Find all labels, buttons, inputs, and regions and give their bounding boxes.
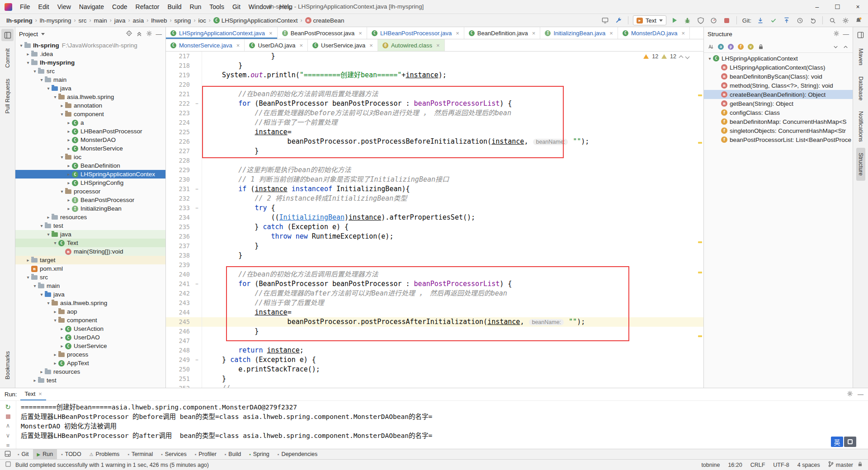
tree-arrow-icon[interactable]: ▾ <box>52 240 58 245</box>
search-icon[interactable] <box>827 15 837 25</box>
hide-panel-icon[interactable]: — <box>156 31 162 38</box>
project-tree-item[interactable]: ▸resources <box>15 213 165 221</box>
tree-arrow-icon[interactable]: ▸ <box>66 120 72 125</box>
fold-marker-icon[interactable]: − <box>192 203 202 213</box>
menu-tools[interactable]: Tools <box>205 3 228 10</box>
tree-arrow-icon[interactable]: ▸ <box>66 197 72 202</box>
tree-arrow-icon[interactable]: ▸ <box>38 369 45 374</box>
project-tree-item[interactable]: ▾java <box>15 84 165 93</box>
structure-item[interactable]: mmethod(String, Class<?>, String): void <box>704 81 853 90</box>
code-line[interactable]: 220 <box>166 80 703 89</box>
tree-arrow-icon[interactable]: ▸ <box>59 335 65 340</box>
code-line[interactable]: 249− } catch (Exception e) { <box>166 355 703 365</box>
filter-a-icon[interactable]: a <box>717 43 725 51</box>
filter-p-icon[interactable]: p <box>727 43 735 51</box>
toolwindow-tab-pull-requests[interactable]: Pull Requests <box>3 74 12 118</box>
code-line[interactable]: 230 // 1 判断当前创建的bean对象是否实现了InitializingB… <box>166 175 703 184</box>
code-line[interactable]: 234 ((InitializingBean)instance).afterPr… <box>166 213 703 222</box>
code-line[interactable]: 224 //相当于做了一个前置处理 <box>166 118 703 127</box>
project-tree-item[interactable]: ▸CUserAction <box>15 324 165 333</box>
structure-item[interactable]: fconfigClass: Class <box>704 108 853 117</box>
soft-wrap-icon[interactable]: ≡ <box>6 442 10 449</box>
tree-arrow-icon[interactable]: ▸ <box>32 378 38 383</box>
fold-marker-icon[interactable]: − <box>192 184 202 194</box>
breadcrumb-item[interactable]: asia <box>131 17 146 24</box>
status-message[interactable]: Build completed successfully with 1 warn… <box>15 462 209 468</box>
menu-code[interactable]: Code <box>108 3 131 10</box>
project-tree-item[interactable]: ▸process <box>15 350 165 359</box>
status-grid-icon[interactable] <box>5 461 11 468</box>
tree-arrow-icon[interactable]: ▸ <box>25 258 31 263</box>
locate-file-icon[interactable] <box>126 30 132 38</box>
project-tree-item[interactable]: mpom.xml <box>15 264 165 273</box>
tree-arrow-icon[interactable]: ▸ <box>66 137 72 142</box>
lock-icon[interactable] <box>757 43 764 51</box>
code-line[interactable]: 219 System.out.println("=========创建好bean… <box>166 70 703 80</box>
tree-arrow-icon[interactable]: ▸ <box>66 146 72 151</box>
up-stack-icon[interactable]: ∧ <box>6 422 10 429</box>
editor-tab[interactable]: CLHBeanPostProcessor.java× <box>367 27 464 39</box>
code-line[interactable]: 217 } <box>166 52 703 61</box>
project-tree-item[interactable]: ▾test <box>15 221 165 230</box>
project-tree-item[interactable]: ▸test <box>15 376 165 385</box>
filter-v-icon[interactable]: v <box>747 43 755 51</box>
down-stack-icon[interactable]: ∨ <box>6 432 10 439</box>
breadcrumb-item[interactable]: src <box>77 17 89 24</box>
toolwindow-tab-maven[interactable]: Maven <box>856 43 865 70</box>
editor-tab[interactable]: CBeanDefinition.java× <box>464 27 541 39</box>
hide-panel-icon[interactable]: — <box>843 31 849 38</box>
code-line[interactable]: 241− for (BeanPostProcessor beanPostProc… <box>166 279 703 289</box>
history-icon[interactable] <box>795 15 805 25</box>
tree-arrow-icon[interactable]: ▾ <box>38 77 45 82</box>
code-line[interactable]: 223 //在后置处理器的before方法前可以对Bean进行处理 ， 然后再返… <box>166 108 703 118</box>
structure-item[interactable]: fbeanDefinitonMap: ConcurrentHashMap<S <box>704 117 853 126</box>
tab-close-icon[interactable]: × <box>456 30 459 37</box>
project-tree-item[interactable]: ▸CMonsterService <box>15 144 165 153</box>
menu-view[interactable]: View <box>53 3 75 10</box>
editor-tab[interactable]: CLHSpringApplicationContext.java× <box>166 27 278 39</box>
tree-arrow-icon[interactable]: ▸ <box>59 326 65 331</box>
project-tree-item[interactable]: ▸CMonsterDAO <box>15 136 165 144</box>
project-tree-item[interactable]: ▸IBeanPostProcessor <box>15 196 165 204</box>
run-tab[interactable]: Text × <box>20 388 46 400</box>
project-tree-item[interactable]: ▾main <box>15 75 165 84</box>
toolwindow-tab-notifications[interactable]: Notifications <box>856 106 865 147</box>
toolwindow-tab-commit[interactable]: Commit <box>3 43 12 73</box>
project-tree-item[interactable]: ▾lh-spring F:\JavaWorkspace\lh-spring <box>15 41 165 50</box>
tree-arrow-icon[interactable]: ▾ <box>25 275 31 280</box>
breadcrumb-item[interactable]: CLHSpringApplicationContext <box>212 17 300 24</box>
run-configuration-select[interactable]: ▶ Text <box>633 15 666 25</box>
menu-edit[interactable]: Edit <box>34 3 53 10</box>
code-line[interactable]: 239 <box>166 260 703 270</box>
code-line[interactable]: 228 <box>166 156 703 165</box>
status-crlf[interactable]: CRLF <box>750 462 765 468</box>
project-tree-item[interactable]: ▾ioc <box>15 153 165 161</box>
tree-arrow-icon[interactable]: ▸ <box>66 180 72 185</box>
project-tree-item[interactable]: ▾component <box>15 110 165 118</box>
project-tree-item[interactable]: ▸CLHSpringConfig <box>15 179 165 187</box>
project-tree-item[interactable]: ▾asia.lhweb.spring <box>15 299 165 307</box>
code-line[interactable]: 233− try { <box>166 203 703 213</box>
project-tree-item[interactable]: ▸CLHBeanPostProcessor <box>15 127 165 136</box>
project-tree-item[interactable]: ▾CText <box>15 239 165 247</box>
expand-all-icon[interactable] <box>832 43 840 51</box>
code-line[interactable]: 227 } <box>166 146 703 156</box>
toolwindow-tab-structure[interactable]: Structure <box>856 148 865 181</box>
project-tree-item[interactable]: ▾asia.lhweb.spring <box>15 93 165 101</box>
run-icon[interactable] <box>670 15 679 25</box>
tree-arrow-icon[interactable]: ▸ <box>66 163 72 168</box>
project-tree-item[interactable]: ▾java <box>15 290 165 299</box>
sort-alpha-icon[interactable] <box>707 43 715 51</box>
project-tree-item[interactable]: ▾lh-myspring <box>15 58 165 67</box>
project-tree-item[interactable]: ▾component <box>15 316 165 324</box>
toolwindow-button-terminal[interactable]: ▪Terminal <box>123 449 157 459</box>
notifications-bell-icon[interactable] <box>854 15 863 25</box>
tree-arrow-icon[interactable]: ▸ <box>66 129 72 134</box>
project-tree-item[interactable]: ▾processor <box>15 187 165 196</box>
console-output[interactable]: =========创建好bean=====asia.lhweb.spring.c… <box>16 401 868 449</box>
tab-close-icon[interactable]: × <box>299 42 303 49</box>
toolwindow-button-git[interactable]: ▪Git <box>14 449 33 459</box>
toolwindow-button-problems[interactable]: ⚠Problems <box>85 449 124 459</box>
breadcrumb-item[interactable]: mcreateBean <box>303 17 346 24</box>
status-4-spaces[interactable]: 4 spaces <box>797 462 820 468</box>
